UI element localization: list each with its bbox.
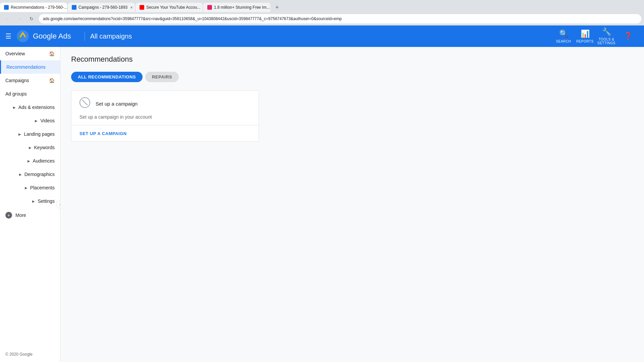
card-description: Set up a campaign in your account bbox=[79, 114, 251, 120]
sidebar-item-label: Settings bbox=[38, 198, 55, 204]
tab-repairs[interactable]: REPAIRS bbox=[145, 72, 179, 82]
svg-line-4 bbox=[82, 100, 88, 105]
back-button[interactable]: ← bbox=[3, 14, 12, 23]
sidebar-item-demographics[interactable]: ▶ Demographics bbox=[0, 168, 60, 181]
sidebar-footer: © 2020 Google bbox=[0, 347, 60, 362]
sidebar-item-label: Landing pages bbox=[24, 131, 55, 137]
search-icon: 🔍 bbox=[559, 29, 568, 38]
main-layout: Overview 🏠 Recommendations Campaigns 🏠 A… bbox=[0, 47, 644, 362]
search-label: SEARCH bbox=[556, 40, 571, 43]
recommendation-card: Set up a campaign Set up a campaign in y… bbox=[71, 90, 259, 142]
svg-point-2 bbox=[25, 37, 28, 40]
svg-point-0 bbox=[17, 30, 29, 42]
browser-tab-4[interactable]: 1.8 million+ Stunning Free Im... ✕ bbox=[203, 3, 270, 12]
tab-bar: Recommendations - 279-560-... ✕ Campaign… bbox=[0, 0, 644, 12]
sidebar: Overview 🏠 Recommendations Campaigns 🏠 A… bbox=[0, 47, 60, 362]
page-title: Recommendations bbox=[71, 55, 633, 64]
sidebar-item-ads-extensions[interactable]: ▶ Ads & extensions bbox=[0, 101, 60, 114]
home-icon: 🏠 bbox=[49, 51, 55, 56]
set-up-campaign-button[interactable]: SET UP A CAMPAIGN bbox=[79, 131, 127, 136]
sidebar-item-label: Ad groups bbox=[5, 91, 27, 97]
app-title: Google Ads bbox=[33, 32, 71, 41]
expand-arrow-icon: ▶ bbox=[29, 146, 32, 149]
tab-favicon-3 bbox=[140, 5, 144, 10]
sidebar-item-audiences[interactable]: ▶ Audiences bbox=[0, 154, 60, 168]
google-ads-logo-icon bbox=[17, 30, 29, 42]
svg-point-1 bbox=[18, 37, 21, 40]
content-area: Recommendations ALL RECOMMENDATIONS REPA… bbox=[60, 47, 644, 362]
sidebar-item-videos[interactable]: ▶ Videos bbox=[0, 114, 60, 127]
sidebar-item-campaigns[interactable]: Campaigns 🏠 bbox=[0, 74, 60, 87]
copyright-text: © 2020 Google bbox=[5, 352, 33, 357]
tools-settings-button[interactable]: 🔧 TOOLS & SETTINGS bbox=[596, 25, 617, 47]
sidebar-item-landing-pages[interactable]: ▶ Landing pages bbox=[0, 127, 60, 141]
address-bar[interactable]: ads.google.com/aw/recommendations?ocid=3… bbox=[39, 14, 641, 23]
sidebar-item-label: Ads & extensions bbox=[18, 105, 55, 110]
campaign-title: All campaigns bbox=[90, 33, 132, 40]
expand-arrow-icon: ▶ bbox=[19, 173, 22, 176]
browser-tab-3[interactable]: Secure Your YouTube Accou... ✕ bbox=[136, 3, 203, 12]
reports-label: REPORTS bbox=[576, 40, 594, 43]
browser-chrome: Recommendations - 279-560-... ✕ Campaign… bbox=[0, 0, 644, 25]
sidebar-item-placements[interactable]: ▶ Placements bbox=[0, 181, 60, 194]
reports-icon: 📊 bbox=[581, 29, 590, 38]
sidebar-item-label: Overview bbox=[5, 51, 25, 56]
sidebar-item-ad-groups[interactable]: Ad groups bbox=[0, 87, 60, 101]
forward-button[interactable]: → bbox=[15, 14, 24, 23]
reload-button[interactable]: ↻ bbox=[27, 14, 36, 23]
tab-label-1: Recommendations - 279-560-... bbox=[11, 5, 67, 10]
tab-label-3: Secure Your YouTube Accou... bbox=[146, 5, 201, 10]
app-header: ☰ Google Ads All campaigns 🔍 SEARCH 📊 RE… bbox=[0, 25, 644, 47]
tab-label-4: 1.8 million+ Stunning Free Im... bbox=[214, 5, 270, 10]
tab-favicon-1 bbox=[4, 5, 9, 10]
card-header-text: Set up a campaign bbox=[96, 101, 138, 107]
expand-arrow-icon: ▶ bbox=[35, 119, 38, 123]
browser-tab-1[interactable]: Recommendations - 279-560-... ✕ bbox=[0, 3, 67, 12]
sidebar-item-label: Keywords bbox=[34, 145, 55, 150]
tabs-row: ALL RECOMMENDATIONS REPAIRS bbox=[71, 72, 633, 82]
tools-label: TOOLS & SETTINGS bbox=[596, 38, 617, 45]
new-tab-button[interactable]: + bbox=[272, 3, 282, 12]
sidebar-item-label: Campaigns bbox=[5, 78, 29, 83]
sidebar-item-settings[interactable]: ▶ Settings bbox=[0, 194, 60, 208]
sidebar-item-label: Audiences bbox=[33, 158, 55, 164]
address-bar-row: ← → ↻ ads.google.com/aw/recommendations?… bbox=[0, 12, 644, 25]
browser-tab-2[interactable]: Campaigns - 279-560-1893 ✕ bbox=[68, 3, 135, 12]
card-body: Set up a campaign in your account SET UP… bbox=[71, 114, 259, 141]
sidebar-item-label: Demographics bbox=[24, 172, 55, 177]
sidebar-item-overview[interactable]: Overview 🏠 bbox=[0, 47, 60, 60]
help-button[interactable]: ❓ bbox=[617, 25, 639, 47]
tab-label-2: Campaigns - 279-560-1893 bbox=[78, 5, 127, 10]
tab-all-recommendations[interactable]: ALL RECOMMENDATIONS bbox=[71, 72, 143, 82]
card-divider bbox=[71, 125, 259, 125]
expand-arrow-icon: ▶ bbox=[13, 106, 16, 109]
sidebar-item-recommendations[interactable]: Recommendations bbox=[0, 60, 60, 74]
expand-arrow-icon: ▶ bbox=[25, 186, 28, 190]
expand-arrow-icon: ▶ bbox=[32, 199, 35, 203]
sidebar-item-label: Recommendations bbox=[6, 64, 46, 70]
card-header: Set up a campaign bbox=[71, 90, 259, 114]
search-button[interactable]: 🔍 SEARCH bbox=[553, 25, 574, 47]
home-icon-campaigns: 🏠 bbox=[49, 78, 55, 83]
tab-favicon-2 bbox=[72, 5, 76, 10]
tab-close-2[interactable]: ✕ bbox=[130, 6, 133, 9]
help-icon: ❓ bbox=[624, 32, 633, 41]
logo-area: Google Ads bbox=[17, 30, 71, 42]
sidebar-item-label: Placements bbox=[30, 185, 55, 190]
expand-arrow-icon: ▶ bbox=[18, 132, 21, 136]
sidebar-more-button[interactable]: + More bbox=[0, 208, 60, 223]
address-bar-text: ads.google.com/aw/recommendations?ocid=3… bbox=[43, 16, 342, 21]
sidebar-item-keywords[interactable]: ▶ Keywords bbox=[0, 141, 60, 154]
hamburger-menu[interactable]: ☰ bbox=[5, 32, 11, 40]
campaign-icon bbox=[79, 97, 90, 110]
tab-favicon-4 bbox=[207, 5, 212, 10]
sidebar-item-label: Videos bbox=[40, 118, 55, 123]
plus-icon: + bbox=[5, 212, 12, 219]
tools-icon: 🔧 bbox=[602, 27, 611, 36]
expand-arrow-icon: ▶ bbox=[28, 159, 30, 163]
reports-button[interactable]: 📊 REPORTS bbox=[574, 25, 596, 47]
header-divider bbox=[85, 32, 85, 41]
more-label: More bbox=[15, 213, 26, 218]
